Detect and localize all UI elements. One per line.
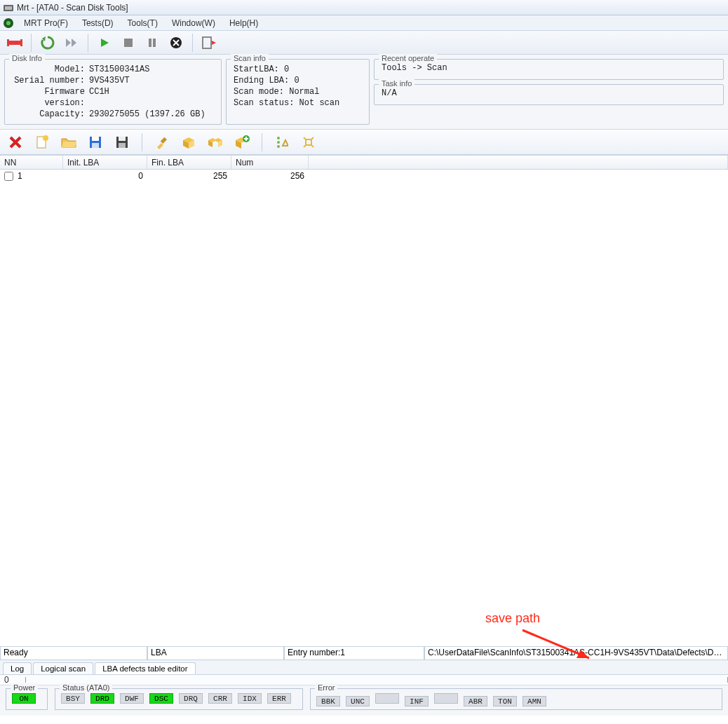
svg-rect-25 bbox=[92, 143, 99, 148]
table-header: NN Init. LBA Fin. LBA Num bbox=[0, 156, 728, 170]
separator bbox=[142, 133, 142, 151]
status-flag-err: ERR bbox=[267, 693, 291, 704]
menubar: MRT Pro(F) Tests(D) Tools(T) Window(W) H… bbox=[0, 15, 728, 31]
tool-pause-icon[interactable] bbox=[142, 33, 163, 53]
disk-fw-value: CC1H bbox=[89, 86, 109, 109]
ruler-bar bbox=[25, 677, 728, 683]
svg-point-22 bbox=[43, 135, 48, 141]
svg-rect-37 bbox=[306, 139, 311, 145]
recent-operate-legend: Recent operate bbox=[379, 54, 437, 62]
error-legend: Error bbox=[315, 683, 337, 692]
status-flag-idx: IDX bbox=[238, 693, 262, 704]
svg-rect-4 bbox=[7, 41, 22, 45]
col-init-lba[interactable]: Init. LBA bbox=[63, 156, 147, 169]
svg-rect-1 bbox=[5, 6, 12, 10]
status-ready: Ready bbox=[0, 647, 147, 660]
scan-status: Scan status: Not scan bbox=[234, 97, 362, 109]
tool-play-icon[interactable] bbox=[94, 33, 115, 53]
main-toolbar bbox=[0, 31, 728, 55]
tool-cancel-icon[interactable] bbox=[166, 33, 187, 53]
collapse-up-icon[interactable] bbox=[272, 132, 292, 152]
row-checkbox[interactable] bbox=[4, 172, 13, 181]
app-icon bbox=[3, 2, 14, 13]
menu-app-icon bbox=[3, 18, 14, 29]
status-flag-bsy: BSY bbox=[61, 693, 85, 704]
status-row: Ready LBA Entry number:1 C:\UserDataFile… bbox=[0, 646, 728, 660]
delete-icon[interactable] bbox=[6, 132, 25, 152]
tab-lba-defects-editor[interactable]: LBA defects table editor bbox=[95, 662, 195, 674]
table-row[interactable]: 1 0 255 256 bbox=[0, 170, 728, 182]
error-flag-amn: AMN bbox=[523, 696, 546, 706]
col-num[interactable]: Num bbox=[231, 156, 309, 169]
row-num-value: 256 bbox=[231, 171, 309, 181]
svg-rect-17 bbox=[203, 37, 211, 48]
tool-skip-icon[interactable] bbox=[61, 33, 82, 53]
brush-icon[interactable] bbox=[152, 132, 172, 152]
svg-rect-12 bbox=[149, 39, 151, 47]
box-icon[interactable] bbox=[179, 132, 198, 152]
table-body[interactable]: 1 0 255 256 bbox=[0, 170, 728, 646]
menu-tools[interactable]: Tools(T) bbox=[121, 17, 165, 29]
status-legend: Status (ATA0) bbox=[60, 683, 112, 692]
window-title: Mrt - [ATA0 - Scan Disk Tools] bbox=[17, 3, 128, 13]
svg-rect-29 bbox=[161, 137, 167, 143]
col-nn[interactable]: NN bbox=[0, 156, 63, 169]
save-icon[interactable] bbox=[86, 132, 105, 152]
svg-point-34 bbox=[277, 137, 280, 139]
task-info-value: N/A bbox=[382, 88, 716, 99]
tab-logical-scan[interactable]: Logical scan bbox=[33, 662, 93, 674]
task-info-panel: Task info N/A bbox=[374, 84, 724, 105]
separator bbox=[262, 133, 262, 151]
tool-hdd-icon[interactable] bbox=[4, 33, 25, 53]
scan-mode: Scan mode: Normal bbox=[234, 86, 362, 97]
error-flag-inf: INF bbox=[405, 696, 429, 706]
status-flag-dwf: DWF bbox=[120, 693, 144, 704]
row-nn-value: 1 bbox=[18, 171, 22, 181]
disk-model-value: ST31500341AS bbox=[89, 64, 149, 75]
svg-rect-5 bbox=[7, 39, 9, 46]
status-lba: LBA bbox=[147, 647, 284, 660]
disk-fw-label: Firmware version: bbox=[12, 86, 89, 109]
tool-stop-icon[interactable] bbox=[118, 33, 139, 53]
task-info-legend: Task info bbox=[379, 79, 414, 88]
col-spacer bbox=[309, 156, 728, 169]
open-folder-icon[interactable] bbox=[59, 132, 79, 152]
scan-start-lba: StartLBA: 0 bbox=[234, 64, 362, 75]
tool-refresh-icon[interactable] bbox=[37, 33, 58, 53]
disk-model-label: Model: bbox=[12, 64, 89, 75]
recent-operate-panel: Recent operate Tools -> Scan bbox=[374, 59, 724, 80]
expand-icon[interactable] bbox=[299, 132, 318, 152]
svg-rect-24 bbox=[92, 137, 99, 141]
scan-info-panel: Scan info StartLBA: 0 Ending LBA: 0 Scan… bbox=[226, 59, 370, 125]
boxes-icon[interactable] bbox=[205, 132, 225, 152]
svg-marker-36 bbox=[283, 140, 288, 146]
scan-end-lba: Ending LBA: 0 bbox=[234, 75, 362, 86]
menu-window[interactable]: Window(W) bbox=[165, 17, 222, 29]
box-add-icon[interactable] bbox=[232, 132, 252, 152]
recent-operate-value: Tools -> Scan bbox=[382, 62, 716, 74]
defects-toolbar bbox=[0, 130, 728, 155]
new-file-icon[interactable] bbox=[32, 132, 52, 152]
tool-exit-icon[interactable] bbox=[198, 33, 220, 53]
col-fin-lba[interactable]: Fin. LBA bbox=[147, 156, 231, 169]
svg-marker-18 bbox=[212, 41, 216, 45]
row-nn[interactable]: 1 bbox=[0, 171, 63, 181]
power-legend: Power bbox=[11, 683, 38, 692]
row-fin-value: 255 bbox=[147, 171, 231, 181]
defects-table: NN Init. LBA Fin. LBA Num 1 0 255 256 bbox=[0, 155, 728, 646]
disk-cap-label: Capacity: bbox=[12, 109, 89, 120]
disk-info-legend: Disk Info bbox=[9, 54, 45, 62]
menu-mrt-pro[interactable]: MRT Pro(F) bbox=[17, 17, 75, 29]
disk-serial-label: Serial number: bbox=[12, 75, 89, 86]
titlebar: Mrt - [ATA0 - Scan Disk Tools] bbox=[0, 0, 728, 15]
disk-serial-value: 9VS435VT bbox=[89, 75, 130, 86]
svg-marker-9 bbox=[72, 39, 76, 47]
save-alt-icon[interactable] bbox=[112, 132, 132, 152]
scan-info-legend: Scan info bbox=[231, 54, 269, 62]
error-flag-blank bbox=[375, 693, 399, 704]
menu-tests[interactable]: Tests(D) bbox=[75, 17, 121, 29]
svg-marker-10 bbox=[101, 39, 109, 47]
svg-point-3 bbox=[6, 21, 11, 25]
menu-help[interactable]: Help(H) bbox=[222, 17, 265, 29]
tab-log[interactable]: Log bbox=[3, 662, 32, 674]
